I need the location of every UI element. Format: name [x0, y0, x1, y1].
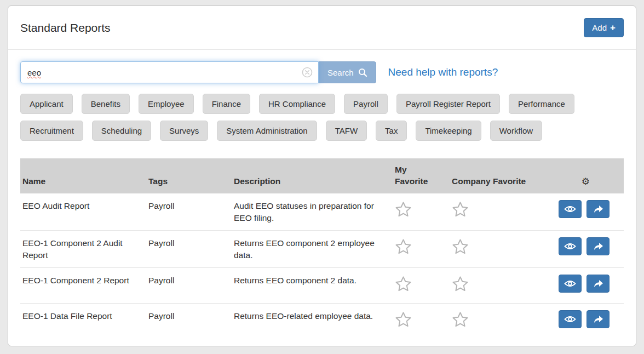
help-with-reports-link[interactable]: Need help with reports?: [388, 66, 498, 78]
tag-filter-button[interactable]: Recruitment: [20, 121, 83, 141]
company-favorite-star-icon[interactable]: [452, 311, 469, 330]
tag-filter-button[interactable]: Surveys: [160, 121, 208, 141]
cell-my-favorite: [393, 237, 450, 257]
tag-filter-button[interactable]: Benefits: [82, 94, 130, 114]
column-header-my-favorite: My Favorite: [393, 164, 450, 187]
run-report-button[interactable]: [586, 275, 610, 293]
cell-report-name[interactable]: EEO-1 Component 2 Audit Report: [20, 237, 146, 262]
cell-company-favorite: [450, 310, 542, 330]
tag-filter-button[interactable]: Payroll Register Report: [396, 94, 500, 114]
cell-actions: [542, 237, 624, 255]
view-report-button[interactable]: [559, 237, 582, 255]
cell-report-description: Audit EEO statuses in preparation for EE…: [232, 200, 393, 225]
my-favorite-star-icon[interactable]: [395, 276, 412, 294]
cell-report-description: Returns EEO component 2 data.: [232, 275, 393, 287]
cell-report-name[interactable]: EEO-1 Component 2 Report: [20, 275, 146, 287]
cell-report-tags: Payroll: [146, 275, 232, 287]
share-run-arrow-icon: [593, 242, 603, 251]
add-button-label: Add: [592, 23, 607, 32]
cell-my-favorite: [393, 200, 450, 220]
tag-filter-button[interactable]: Employee: [139, 94, 194, 114]
tag-filter-button[interactable]: Scheduling: [92, 121, 151, 141]
column-header-company-favorite: Company Favorite: [450, 176, 542, 187]
eye-view-icon: [564, 205, 576, 213]
run-report-button[interactable]: [586, 237, 610, 255]
tag-filter-button[interactable]: Workflow: [490, 121, 542, 141]
tag-filter-button[interactable]: Applicant: [20, 94, 73, 114]
view-report-button[interactable]: [559, 200, 582, 218]
table-row: EEO Audit Report Payroll Audit EEO statu…: [20, 193, 624, 231]
eye-view-icon: [564, 315, 576, 323]
search-magnifier-icon: [358, 68, 367, 77]
tag-filter-button[interactable]: HR Compliance: [259, 94, 335, 114]
search-row: eeo Search Need help with reports: [20, 61, 624, 83]
my-favorite-star-icon[interactable]: [395, 238, 412, 257]
company-favorite-star-icon[interactable]: [452, 201, 469, 220]
view-report-button[interactable]: [559, 310, 582, 328]
tag-filter-button[interactable]: Finance: [203, 94, 250, 114]
standard-reports-panel: Standard Reports Add + eeo Search: [8, 5, 636, 346]
cell-actions: [542, 310, 624, 328]
company-favorite-star-icon[interactable]: [452, 276, 469, 294]
add-button[interactable]: Add +: [584, 18, 624, 37]
search-button[interactable]: Search: [319, 61, 376, 83]
table-header-row: Name Tags Description My Favorite Compan…: [20, 158, 624, 193]
tag-filter-button[interactable]: Payroll: [344, 94, 388, 114]
cell-actions: [542, 200, 624, 218]
eye-view-icon: [564, 242, 576, 250]
table-row: EEO-1 Data File Report Payroll Returns E…: [20, 304, 624, 339]
my-favorite-star-icon[interactable]: [395, 201, 412, 220]
cell-company-favorite: [450, 275, 542, 294]
table-row: EEO-1 Component 2 Report Payroll Returns…: [20, 268, 624, 304]
cell-my-favorite: [393, 310, 450, 330]
cell-my-favorite: [393, 275, 450, 294]
share-run-arrow-icon: [593, 315, 603, 324]
run-report-button[interactable]: [586, 310, 610, 328]
column-header-name: Name: [20, 176, 146, 187]
search-button-label: Search: [327, 68, 354, 77]
reports-table: Name Tags Description My Favorite Compan…: [20, 158, 624, 339]
tag-filter-row-2: RecruitmentSchedulingSurveysSystem Admin…: [20, 121, 624, 141]
cell-report-description: Returns EEO component 2 employee data.: [232, 237, 393, 262]
page-title: Standard Reports: [20, 21, 111, 35]
eye-view-icon: [564, 279, 576, 288]
cell-company-favorite: [450, 237, 542, 257]
share-run-arrow-icon: [593, 204, 603, 214]
cell-report-description: Returns EEO-related employee data.: [232, 310, 393, 322]
cell-report-name[interactable]: EEO-1 Data File Report: [20, 310, 146, 322]
search-input-value: eeo: [27, 68, 41, 77]
tag-filter-button[interactable]: Tax: [376, 121, 407, 141]
my-favorite-star-icon[interactable]: [395, 311, 412, 330]
clear-search-icon[interactable]: [302, 67, 313, 78]
panel-body: eeo Search Need help with reports: [8, 50, 636, 339]
cell-report-tags: Payroll: [146, 310, 232, 322]
cell-actions: [542, 275, 624, 293]
tag-filter-button[interactable]: Performance: [509, 94, 574, 114]
table-row: EEO-1 Component 2 Audit Report Payroll R…: [20, 231, 624, 268]
table-body: EEO Audit Report Payroll Audit EEO statu…: [20, 193, 624, 339]
search-input[interactable]: eeo: [20, 61, 319, 83]
column-header-description: Description: [232, 176, 393, 187]
plus-icon: +: [610, 23, 616, 32]
cell-report-name[interactable]: EEO Audit Report: [20, 200, 146, 212]
share-run-arrow-icon: [593, 279, 603, 288]
run-report-button[interactable]: [586, 200, 610, 218]
company-favorite-star-icon[interactable]: [452, 238, 469, 257]
tag-filter-button[interactable]: Timekeeping: [416, 121, 481, 141]
tag-filter-button[interactable]: TAFW: [326, 121, 367, 141]
column-header-tags: Tags: [146, 176, 232, 187]
cell-company-favorite: [450, 200, 542, 220]
view-report-button[interactable]: [559, 275, 582, 293]
column-settings-gear-icon[interactable]: ⚙: [542, 176, 624, 187]
cell-report-tags: Payroll: [146, 200, 232, 212]
panel-header: Standard Reports Add +: [8, 6, 636, 50]
tag-filter-button[interactable]: System Administration: [217, 121, 317, 141]
tag-filter-row-1: ApplicantBenefitsEmployeeFinanceHR Compl…: [20, 94, 624, 114]
cell-report-tags: Payroll: [146, 237, 232, 249]
